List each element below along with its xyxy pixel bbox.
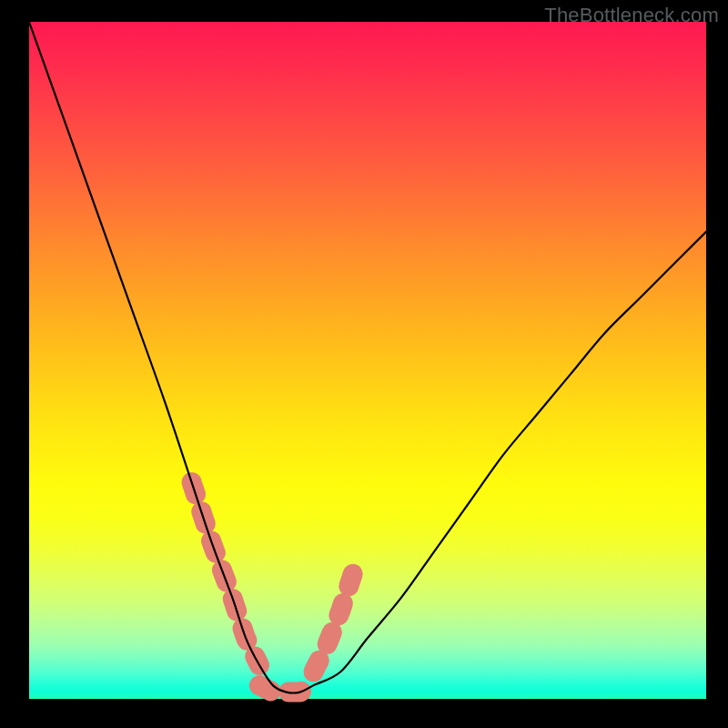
plot-area xyxy=(29,22,706,699)
marker-band-group xyxy=(192,482,355,693)
chart-svg xyxy=(29,22,706,699)
bottleneck-curve-line xyxy=(29,22,706,693)
outer-frame: TheBottleneck.com xyxy=(0,0,728,728)
marker-band-segment xyxy=(313,571,354,672)
marker-band-segment xyxy=(192,482,259,665)
